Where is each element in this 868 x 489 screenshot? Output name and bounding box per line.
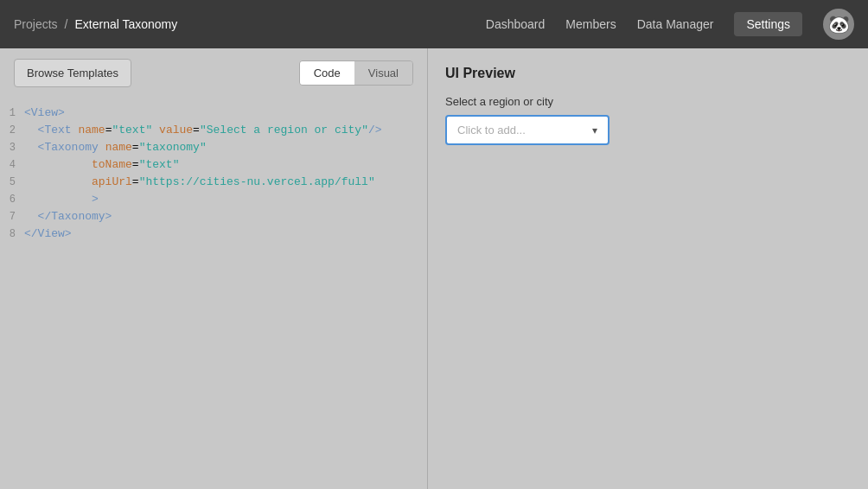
code-line: 8</View> <box>0 225 427 243</box>
chevron-down-icon: ▾ <box>592 124 597 137</box>
line-content: toName="text" <box>24 156 179 174</box>
main-layout: Browse Templates Code Visual 1<View>2 <T… <box>0 48 868 489</box>
preview-label: Select a region or city <box>445 95 851 108</box>
line-content: <Taxonomy name="taxonomy" <box>24 139 207 156</box>
code-line: 1<View> <box>0 105 427 122</box>
code-line: 6 > <box>0 191 427 208</box>
code-line: 5 apiUrl="https://cities-nu.vercel.app/f… <box>0 174 427 191</box>
line-content: > <box>24 191 99 208</box>
code-line: 7 </Taxonomy> <box>0 208 427 225</box>
avatar[interactable]: 🐼 <box>823 9 854 40</box>
code-visual-toggle: Code Visual <box>299 60 413 86</box>
line-number: 6 <box>0 191 24 208</box>
line-number: 2 <box>0 122 24 139</box>
breadcrumb: Projects / External Taxonomy <box>14 17 177 31</box>
code-toggle-button[interactable]: Code <box>300 61 354 85</box>
code-line: 2 <Text name="text" value="Select a regi… <box>0 122 427 139</box>
top-navigation: Projects / External Taxonomy Dashboard M… <box>0 0 868 48</box>
line-number: 4 <box>0 156 24 174</box>
left-panel: Browse Templates Code Visual 1<View>2 <T… <box>0 48 428 489</box>
line-number: 3 <box>0 139 24 156</box>
nav-links: Dashboard Members Data Manager Settings … <box>486 9 854 40</box>
breadcrumb-current-page: External Taxonomy <box>74 17 177 31</box>
line-content: <View> <box>24 105 65 122</box>
nav-members[interactable]: Members <box>565 17 616 31</box>
line-number: 8 <box>0 225 24 243</box>
code-line: 4 toName="text" <box>0 156 427 174</box>
taxonomy-dropdown[interactable]: Click to add... ▾ <box>445 115 610 145</box>
line-content: apiUrl="https://cities-nu.vercel.app/ful… <box>24 174 375 191</box>
dropdown-placeholder: Click to add... <box>457 124 526 137</box>
nav-settings[interactable]: Settings <box>734 12 802 36</box>
line-content: <Text name="text" value="Select a region… <box>24 122 382 139</box>
browse-templates-button[interactable]: Browse Templates <box>14 59 131 87</box>
left-toolbar: Browse Templates Code Visual <box>0 48 427 98</box>
right-panel: UI Preview Select a region or city Click… <box>428 48 868 489</box>
line-content: </View> <box>24 225 72 243</box>
line-number: 5 <box>0 174 24 191</box>
nav-data-manager[interactable]: Data Manager <box>637 17 714 31</box>
code-line: 3 <Taxonomy name="taxonomy" <box>0 139 427 156</box>
line-content: </Taxonomy> <box>24 208 112 225</box>
ui-preview-title: UI Preview <box>445 66 851 81</box>
nav-dashboard[interactable]: Dashboard <box>486 17 546 31</box>
visual-toggle-button[interactable]: Visual <box>354 61 412 85</box>
breadcrumb-projects[interactable]: Projects <box>14 17 58 31</box>
breadcrumb-separator: / <box>65 17 68 31</box>
line-number: 7 <box>0 208 24 225</box>
code-editor[interactable]: 1<View>2 <Text name="text" value="Select… <box>0 98 427 489</box>
line-number: 1 <box>0 105 24 122</box>
